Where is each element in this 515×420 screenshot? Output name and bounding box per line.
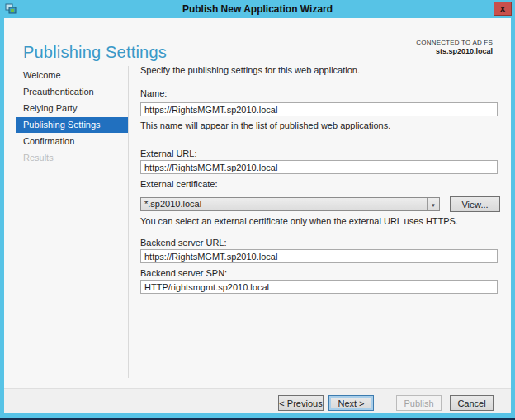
nav-item-results[interactable]: Results bbox=[16, 150, 128, 166]
previous-button[interactable]: < Previous bbox=[278, 395, 324, 411]
close-button[interactable]: x bbox=[494, 2, 512, 16]
publish-button[interactable]: Publish bbox=[396, 395, 442, 411]
name-help: This name will appear in the list of pub… bbox=[140, 120, 390, 130]
external-certificate-label: External certificate: bbox=[140, 179, 218, 189]
page-title: Publishing Settings bbox=[23, 43, 167, 62]
nav-item-relying-party[interactable]: Relying Party bbox=[16, 101, 128, 116]
dropdown-arrow-button[interactable]: ▼ bbox=[427, 198, 439, 210]
external-certificate-value: *.sp2010.local bbox=[144, 198, 201, 210]
form-intro: Specify the publishing settings for this… bbox=[140, 65, 360, 75]
wizard-window: Publish New Application Wizard x Publish… bbox=[0, 0, 515, 420]
external-certificate-dropdown[interactable]: *.sp2010.local ▼ bbox=[140, 197, 440, 211]
backend-spn-input[interactable] bbox=[140, 280, 498, 294]
chevron-down-icon: ▼ bbox=[431, 203, 436, 208]
backend-url-input[interactable] bbox=[140, 249, 498, 263]
external-url-input[interactable] bbox=[140, 160, 498, 174]
name-label: Name: bbox=[140, 88, 167, 98]
backend-url-label: Backend server URL: bbox=[140, 238, 227, 248]
nav-item-preauthentication[interactable]: Preauthentication bbox=[16, 84, 128, 100]
nav-item-welcome[interactable]: Welcome bbox=[16, 68, 128, 83]
connection-label: CONNECTED TO AD FS bbox=[416, 38, 493, 47]
view-certificate-button[interactable]: View... bbox=[450, 196, 500, 212]
connection-server: sts.sp2010.local bbox=[416, 47, 493, 56]
nav-item-confirmation[interactable]: Confirmation bbox=[16, 134, 128, 149]
window-title: Publish New Application Wizard bbox=[0, 0, 515, 18]
content-area: Publishing Settings CONNECTED TO AD FS s… bbox=[4, 18, 511, 413]
title-bar[interactable]: Publish New Application Wizard x bbox=[0, 0, 515, 18]
sidebar-separator bbox=[128, 66, 129, 378]
backend-spn-label: Backend server SPN: bbox=[140, 268, 227, 278]
button-bar: < Previous Next > Publish Cancel bbox=[4, 388, 511, 413]
next-button[interactable]: Next > bbox=[328, 395, 374, 411]
cancel-button[interactable]: Cancel bbox=[450, 395, 494, 411]
connection-status: CONNECTED TO AD FS sts.sp2010.local bbox=[416, 38, 493, 56]
nav-item-publishing-settings[interactable]: Publishing Settings bbox=[16, 117, 128, 133]
external-url-label: External URL: bbox=[140, 149, 196, 158]
external-certificate-help: You can select an external certificate o… bbox=[140, 216, 458, 226]
name-input[interactable] bbox=[140, 102, 498, 116]
